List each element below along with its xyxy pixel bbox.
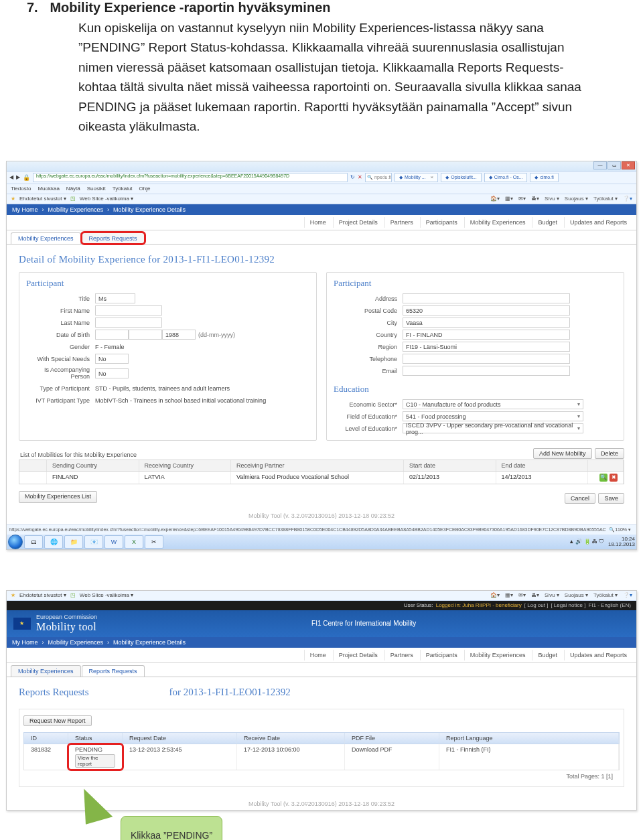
webslice-icon[interactable]: ◳: [70, 592, 76, 598]
input-city[interactable]: Vaasa: [403, 318, 570, 328]
breadcrumb-item[interactable]: Mobility Experiences: [48, 639, 104, 646]
request-new-report-button[interactable]: Request New Report: [23, 715, 92, 726]
legal-notice-link[interactable]: [ Legal notice ]: [551, 602, 585, 608]
close-button[interactable]: ✕: [622, 161, 635, 169]
delete-icon[interactable]: ✖: [610, 474, 618, 482]
home-icon[interactable]: 🏠▾: [490, 592, 500, 598]
taskbar-app-word[interactable]: W: [104, 535, 123, 549]
status-pending-link[interactable]: PENDING: [75, 746, 102, 753]
save-button[interactable]: Save: [598, 493, 624, 504]
add-new-mobility-button[interactable]: Add New Mobility: [533, 448, 592, 459]
nav-participants[interactable]: Participants: [420, 217, 463, 228]
mail-icon[interactable]: ✉▾: [518, 592, 526, 598]
select-economic-sector[interactable]: C10 - Manufacture of food products: [403, 399, 583, 409]
input-dob-dd[interactable]: [95, 330, 129, 340]
breadcrumb-item[interactable]: My Home: [12, 639, 38, 646]
tab-close-icon[interactable]: ×: [431, 174, 434, 180]
menu-item[interactable]: Tiedosto: [11, 186, 31, 192]
taskbar-app-snip[interactable]: ✂: [145, 535, 163, 549]
start-orb-icon[interactable]: [8, 535, 23, 549]
input-region[interactable]: FI19 - Länsi-Suomi: [403, 342, 570, 352]
tab-reports-requests[interactable]: Reports Requests: [82, 665, 145, 677]
taskbar-app-folder[interactable]: 📁: [64, 535, 83, 549]
home-icon[interactable]: 🏠▾: [490, 196, 500, 202]
browser-tab[interactable]: ◆Mobility ...×: [395, 173, 438, 182]
view-report-button[interactable]: View the report: [75, 754, 115, 768]
webslice-icon[interactable]: ◳: [70, 196, 76, 202]
forward-icon[interactable]: ▶: [16, 174, 20, 180]
fav-link[interactable]: Ehdotetut sivustot ▾: [19, 592, 66, 598]
refresh-icon[interactable]: ↻: [350, 174, 355, 180]
nav-home[interactable]: Home: [304, 650, 332, 660]
feed-icon[interactable]: ▦▾: [505, 592, 513, 598]
maximize-button[interactable]: ▭: [608, 161, 621, 169]
input-email[interactable]: [403, 366, 570, 376]
tools-menu[interactable]: Työkalut ▾: [593, 196, 618, 202]
safety-menu[interactable]: Suojaus ▾: [565, 196, 588, 202]
browser-tab[interactable]: ◆cimo.fi: [530, 173, 558, 182]
nav-participants[interactable]: Participants: [420, 650, 463, 660]
tray-icons[interactable]: ▲ 🔊 🔋 🖧 🛡: [569, 539, 604, 545]
download-pdf-link[interactable]: Download PDF: [352, 746, 392, 753]
value-title[interactable]: Ms: [95, 293, 135, 303]
nav-project-details[interactable]: Project Details: [333, 650, 383, 660]
delete-button[interactable]: Delete: [595, 448, 624, 459]
help-icon[interactable]: ❔▾: [623, 592, 632, 598]
page-menu[interactable]: Sivu ▾: [545, 592, 559, 598]
mail-icon[interactable]: ✉▾: [518, 196, 526, 202]
nav-mobility-experiences[interactable]: Mobility Experiences: [464, 217, 531, 228]
feed-icon[interactable]: ▦▾: [505, 196, 513, 202]
value-accompanying[interactable]: No: [95, 368, 129, 378]
taskbar-app-ie[interactable]: 🌐: [44, 535, 63, 549]
menu-item[interactable]: Työkalut: [113, 186, 133, 192]
nav-updates-reports[interactable]: Updates and Reports: [564, 217, 632, 228]
print-icon[interactable]: 🖶▾: [531, 592, 539, 598]
nav-partners[interactable]: Partners: [384, 650, 419, 660]
taskbar-app-excel[interactable]: X: [125, 535, 143, 549]
menu-item[interactable]: Suosikit: [87, 186, 106, 192]
cancel-button[interactable]: Cancel: [565, 493, 595, 504]
mobility-experiences-list-button[interactable]: Mobility Experiences List: [19, 491, 97, 503]
tab-reports-requests[interactable]: Reports Requests: [82, 232, 145, 244]
menu-item[interactable]: Näytä: [66, 186, 80, 192]
print-icon[interactable]: 🖶▾: [531, 196, 539, 202]
value-special-needs[interactable]: No: [95, 354, 129, 364]
nav-budget[interactable]: Budget: [532, 650, 563, 660]
taskbar-app-explorer[interactable]: 🗂: [24, 535, 43, 549]
tab-mobility-experiences[interactable]: Mobility Experiences: [11, 665, 81, 677]
input-country[interactable]: FI - FINLAND: [403, 330, 570, 340]
fav-link[interactable]: Web Slice -valikoima ▾: [80, 196, 133, 202]
address-bar[interactable]: https://webgate.ec.europa.eu/eac/mobilit…: [33, 173, 348, 182]
breadcrumb-item[interactable]: My Home: [12, 206, 38, 213]
minimize-button[interactable]: —: [593, 161, 607, 169]
browser-tab[interactable]: ◆Cimo.fi - Os...: [484, 173, 528, 182]
input-firstname[interactable]: [95, 305, 162, 316]
language-selector[interactable]: FI1 - English (EN): [588, 602, 631, 608]
input-postal-code[interactable]: 65320: [403, 305, 570, 316]
select-level-of-education[interactable]: ISCED 3VPV - Upper secondary pre-vocatio…: [403, 423, 583, 433]
input-dob-mm[interactable]: [129, 330, 162, 340]
star-icon[interactable]: ★: [11, 196, 15, 202]
stop-icon[interactable]: ✕: [358, 174, 362, 180]
input-telephone[interactable]: [403, 354, 570, 364]
zoom-level[interactable]: 🔍110% ▾: [606, 527, 634, 533]
nav-updates-reports[interactable]: Updates and Reports: [564, 650, 632, 660]
taskbar-app-outlook[interactable]: 📧: [84, 535, 103, 549]
magnify-icon[interactable]: 🔍: [599, 474, 608, 482]
breadcrumb-item[interactable]: Mobility Experiences: [48, 206, 104, 213]
search-box[interactable]: 🔍npedu.fi: [365, 173, 392, 182]
back-icon[interactable]: ◀: [9, 174, 13, 180]
help-icon[interactable]: ❔▾: [623, 196, 632, 202]
nav-mobility-experiences[interactable]: Mobility Experiences: [464, 650, 531, 660]
safety-menu[interactable]: Suojaus ▾: [565, 592, 588, 598]
browser-tab[interactable]: ◆Opiskelufit...: [441, 173, 482, 182]
select-field-of-education[interactable]: 541 - Food processing: [403, 411, 583, 421]
nav-partners[interactable]: Partners: [384, 217, 419, 228]
menu-item[interactable]: Muokkaa: [38, 186, 59, 192]
star-icon[interactable]: ★: [11, 592, 15, 598]
logout-link[interactable]: [ Log out ]: [524, 602, 549, 608]
page-menu[interactable]: Sivu ▾: [545, 196, 559, 202]
input-lastname[interactable]: [95, 318, 162, 328]
fav-link[interactable]: Ehdotetut sivustot ▾: [19, 196, 66, 202]
fav-link[interactable]: Web Slice -valikoima ▾: [80, 592, 133, 598]
